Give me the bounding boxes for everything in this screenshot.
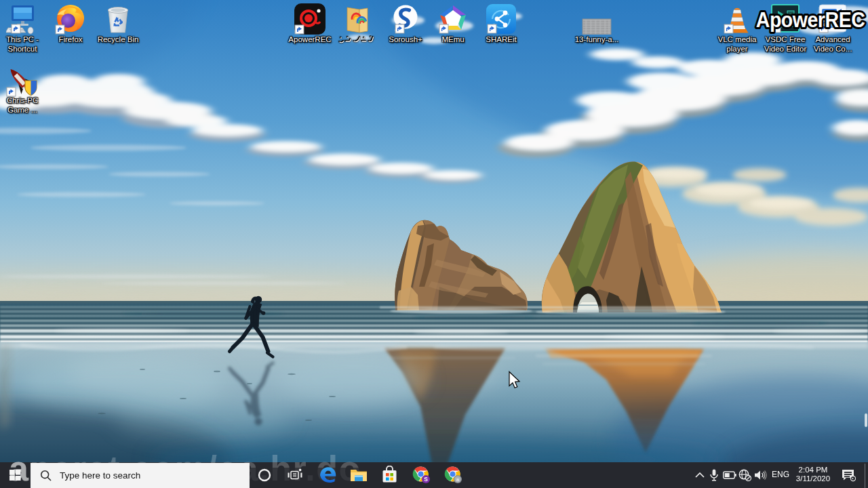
- svg-text:S: S: [424, 476, 428, 483]
- svg-text:ApowerREC: ApowerREC: [756, 8, 865, 31]
